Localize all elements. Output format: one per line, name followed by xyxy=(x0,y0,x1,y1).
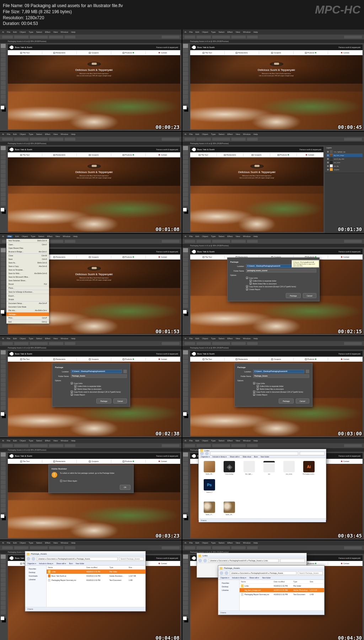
toolbar-control[interactable] xyxy=(49,36,63,38)
thumb-11[interactable]: AiFileEditObjectTypeSelectEffectViewWind… xyxy=(0,540,182,640)
file-menu-item[interactable]: Document Color Mode xyxy=(6,305,49,309)
explorer-sidebar[interactable]: Favorites Desktop Libraries xyxy=(218,580,240,610)
ai-menubar[interactable]: Ai File Edit Object Type Select Effect V… xyxy=(0,30,182,35)
explorer-search[interactable] xyxy=(300,452,325,455)
file-menu-dropdown[interactable]: New Template...Shift+Ctrl+NOpen...Ctrl+O… xyxy=(6,239,49,324)
file-menu-item[interactable]: RevertF12 xyxy=(6,282,49,286)
file-menu-item[interactable]: Place... xyxy=(6,286,49,290)
file-menu-item[interactable]: Document Setup...Alt+Ctrl+P xyxy=(6,301,49,305)
layers-panel[interactable]: Layers Line_highlight_top big_hero_image… xyxy=(325,145,364,233)
package-dialog[interactable]: Package Location:C:\Users\...\Desktop\Pa… xyxy=(52,363,130,406)
rotate-tool-icon[interactable] xyxy=(1,85,6,90)
back-arrow-icon[interactable] xyxy=(27,557,30,561)
file-menu-item[interactable]: Save for InDesign & Illustrator... xyxy=(6,290,49,294)
file-item[interactable]: line_light_... xyxy=(241,461,257,475)
forward-arrow-icon[interactable] xyxy=(225,571,228,575)
document-tab[interactable]: Packaging Assets in AI.ai @ 85% (RGB/Pre… xyxy=(0,40,182,43)
direct-select-tool-icon[interactable] xyxy=(1,48,6,53)
file-menu-item[interactable]: Print...Ctrl+P xyxy=(6,316,49,320)
thumb-6[interactable]: AiFileEditObjectTypeSelectEffectViewWind… xyxy=(182,234,364,335)
thumb-12[interactable]: AiFileEditObjectTypeSelectEffectViewWind… xyxy=(182,540,364,640)
explorer-sidebar[interactable]: Favorites Desktop Downloads Libraries xyxy=(25,566,47,607)
toolbar-control[interactable] xyxy=(65,36,75,38)
scale-tool-icon[interactable] xyxy=(1,90,6,94)
forward-arrow-icon[interactable] xyxy=(32,557,35,561)
explorer-window[interactable]: Links Organize ▾Include in library ▾Shar… xyxy=(198,449,326,520)
file-menu-item[interactable]: Open...Ctrl+O xyxy=(6,243,49,246)
file-item[interactable]: fotolia_27... xyxy=(202,502,217,515)
table-row[interactable]: Links4/2/2013 2:31 PMFile folder xyxy=(47,570,145,574)
eyedropper-tool-icon[interactable] xyxy=(1,99,6,104)
package-dialog[interactable]: Package Location:C:\Users\...\Desktop\Pa… xyxy=(227,258,320,301)
selection-tool-icon[interactable] xyxy=(1,44,6,48)
visibility-icon[interactable] xyxy=(327,151,329,153)
toolbar-control[interactable] xyxy=(2,36,13,38)
file-menu-item[interactable]: Browse in Bridge...Alt+Ctrl+O xyxy=(6,250,49,254)
ai-control-bar[interactable] xyxy=(0,35,182,40)
rect-tool-icon[interactable] xyxy=(1,67,6,71)
file-menu-item[interactable]: Save Selected Slices... xyxy=(6,279,49,282)
file-item[interactable]: Pstexture_1 xyxy=(202,479,217,493)
file-menu-item[interactable]: ExitCtrl+Q xyxy=(6,320,49,324)
file-menu-item[interactable]: Export... xyxy=(6,294,49,298)
thumb-7[interactable]: AiFileEditObjectTypeSelectEffectViewWind… xyxy=(0,336,182,437)
pen-tool-icon[interactable] xyxy=(1,53,6,57)
explorer-window[interactable]: Package_Assets Libraries ▸ Documents ▸ P… xyxy=(25,551,146,612)
file-item[interactable]: fotolia_43... xyxy=(221,502,237,515)
file-menu-item[interactable]: Open Recent Files xyxy=(6,246,49,250)
toolbar-control[interactable] xyxy=(14,36,28,38)
address-bar[interactable]: Libraries ▸ Documents ▸ PackagingAssetsI… xyxy=(37,557,118,561)
browse-icon[interactable] xyxy=(306,369,309,373)
thumb-3[interactable]: AiFileEditObjectTypeSelectEffectViewWind… xyxy=(0,132,182,233)
cancel-button[interactable]: Cancel xyxy=(113,398,127,403)
file-menu-item[interactable]: CloseCtrl+W xyxy=(6,254,49,257)
file-item[interactable]: fotolia_43... xyxy=(202,461,217,475)
address-bar[interactable]: Libraries ▸ Documents ▸ PackagingAssetsI… xyxy=(230,571,296,575)
thumb-2[interactable]: AiFileEditObjectTypeSelectEffectViewWind… xyxy=(182,30,364,131)
table-row[interactable]: big_hero_image.psd4/2/2013 2:31 PMAdobe … xyxy=(240,588,324,592)
explorer-content[interactable]: fotolia_43... ◈hero-text-bg line_light_.… xyxy=(199,458,326,518)
file-menu-item[interactable]: SaveCtrl+S xyxy=(6,257,49,261)
file-menu-item[interactable]: New Template...Shift+Ctrl+N xyxy=(6,239,49,243)
file-menu-item[interactable]: Package... xyxy=(6,313,49,316)
ok-button[interactable]: OK xyxy=(120,485,130,490)
package-button[interactable]: Package xyxy=(286,293,300,298)
thumb-1[interactable]: Ai File Edit Object Type Select Effect V… xyxy=(0,30,182,131)
package-button[interactable]: Package xyxy=(96,398,111,403)
table-row[interactable]: Packaging Report Summary.txt4/2/2013 2:3… xyxy=(240,592,324,597)
folder-name-input[interactable]: packaging assets_tutorial xyxy=(246,269,316,273)
file-item[interactable]: nav xyxy=(261,461,277,475)
address-bar[interactable] xyxy=(210,452,298,455)
forward-arrow-icon[interactable] xyxy=(205,452,209,455)
canvas[interactable]: Boss Yaki & Sushi Famous sushi & teppany… xyxy=(6,43,182,131)
thumb-9[interactable]: AiFileEditObjectTypeSelectEffectViewWind… xyxy=(0,438,182,540)
explorer-search[interactable]: Search Package_Assets xyxy=(298,571,323,575)
explorer-search[interactable]: Search Package_Assets xyxy=(119,557,144,561)
package-dialog[interactable]: Package Location:C:\Users\...\Desktop\Pa… xyxy=(234,363,312,406)
file-menu-item[interactable]: Save As...Shift+Ctrl+S xyxy=(6,261,49,264)
dont-show-checkbox[interactable] xyxy=(60,480,62,482)
alert-dialog[interactable]: Adobe Illustrator ! To collect or relink… xyxy=(48,465,134,493)
cancel-button[interactable]: Cancel xyxy=(296,398,309,403)
file-item[interactable]: nav_icons xyxy=(281,461,297,475)
eraser-tool-icon[interactable] xyxy=(1,81,6,85)
thumb-8[interactable]: AiFileEditObjectTypeSelectEffectViewWind… xyxy=(182,336,364,437)
file-menu-item[interactable]: File Info...Alt+Shift+Ctrl+I xyxy=(6,309,49,313)
back-arrow-icon[interactable] xyxy=(220,571,223,575)
type-tool-icon[interactable] xyxy=(1,58,6,62)
browse-icon[interactable] xyxy=(123,369,127,373)
file-menu-item[interactable]: Save as Template... xyxy=(6,268,49,272)
file-item[interactable]: ◈hero-text-bg xyxy=(221,461,237,475)
gradient-tool-icon[interactable] xyxy=(1,95,6,99)
table-row[interactable]: Packaging Report Summary.txt4/2/2013 2:3… xyxy=(47,578,145,582)
back-arrow-icon[interactable] xyxy=(200,452,204,455)
toolbar-control[interactable] xyxy=(30,36,48,38)
line-tool-icon[interactable] xyxy=(1,62,6,67)
fill-stroke-swatch-icon[interactable] xyxy=(0,105,6,112)
thumb-4[interactable]: AiFileEditObjectTypeSelectEffectViewWind… xyxy=(182,132,364,233)
thumb-5[interactable]: AiFileEditObjectTypeSelectEffectViewWind… xyxy=(0,234,182,335)
file-menu-item[interactable]: Save for Microsoft Office... xyxy=(6,275,49,279)
thumb-10[interactable]: AiFileEditObjectTypeSelectEffectViewWind… xyxy=(182,438,364,540)
tool-panel[interactable] xyxy=(0,43,6,131)
cancel-button[interactable]: Cancel xyxy=(303,293,316,298)
